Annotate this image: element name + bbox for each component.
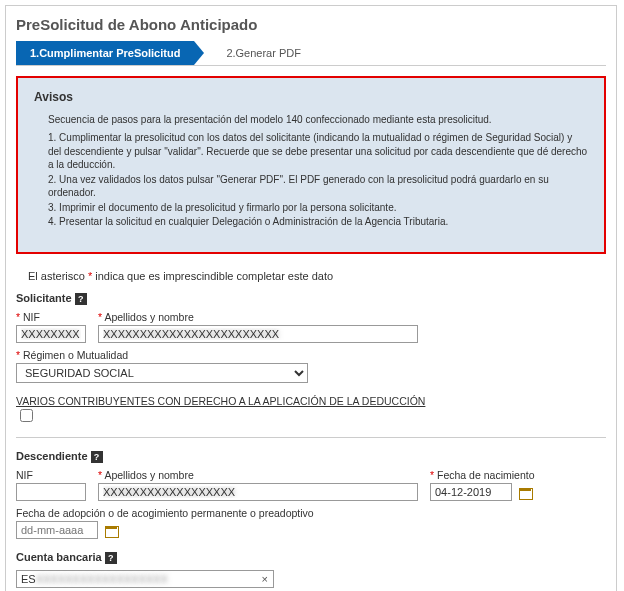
avisos-list: 1. Cumplimentar la presolicitud con los … bbox=[48, 131, 588, 229]
step-2[interactable]: 2.Generar PDF bbox=[208, 41, 315, 65]
help-icon[interactable]: ? bbox=[75, 293, 87, 305]
avisos-item: 2. Una vez validados los datos pulsar "G… bbox=[48, 173, 588, 200]
desc-nif-label: NIF bbox=[16, 469, 86, 481]
clear-icon[interactable]: × bbox=[262, 573, 268, 585]
nif-input[interactable] bbox=[16, 325, 86, 343]
avisos-item: 1. Cumplimentar la presolicitud con los … bbox=[48, 131, 588, 172]
regimen-label: * Régimen o Mutualidad bbox=[16, 349, 308, 361]
fadop-label: Fecha de adopción o de acogimiento perma… bbox=[16, 507, 314, 519]
fnac-label: * Fecha de nacimiento bbox=[430, 469, 560, 481]
fadop-input[interactable] bbox=[16, 521, 98, 539]
section-descendiente: Descendiente ? bbox=[16, 450, 606, 463]
calendar-icon[interactable] bbox=[105, 524, 119, 538]
varios-contrib-label: VARIOS CONTRIBUYENTES CON DERECHO A LA A… bbox=[16, 395, 425, 407]
desc-nif-input[interactable] bbox=[16, 483, 86, 501]
help-icon[interactable]: ? bbox=[105, 552, 117, 564]
section-solicitante: Solicitante ? bbox=[16, 292, 606, 305]
help-icon[interactable]: ? bbox=[91, 451, 103, 463]
iban-input[interactable] bbox=[16, 570, 274, 588]
section-cuenta: Cuenta bancaria ? bbox=[16, 551, 606, 564]
avisos-item: 3. Imprimir el documento de la presolici… bbox=[48, 201, 588, 215]
desc-apenom-input[interactable] bbox=[98, 483, 418, 501]
required-note: El asterisco * indica que es imprescindi… bbox=[28, 270, 606, 282]
step-bar: 1.Cumplimentar PreSolicitud 2.Generar PD… bbox=[16, 41, 606, 66]
calendar-icon[interactable] bbox=[519, 486, 533, 500]
nif-label: * NIF bbox=[16, 311, 86, 323]
desc-apenom-label: * Apellidos y nombre bbox=[98, 469, 418, 481]
divider bbox=[16, 437, 606, 438]
apenom-label: * Apellidos y nombre bbox=[98, 311, 418, 323]
step-1[interactable]: 1.Cumplimentar PreSolicitud bbox=[16, 41, 194, 65]
page-title: PreSolicitud de Abono Anticipado bbox=[16, 16, 606, 33]
fnac-input[interactable] bbox=[430, 483, 512, 501]
apenom-input[interactable] bbox=[98, 325, 418, 343]
avisos-item: 4. Presentar la solicitud en cualquier D… bbox=[48, 215, 588, 229]
avisos-intro: Secuencia de pasos para la presentación … bbox=[48, 114, 588, 125]
form-container: PreSolicitud de Abono Anticipado 1.Cumpl… bbox=[5, 5, 617, 591]
varios-contrib-checkbox[interactable] bbox=[20, 409, 33, 422]
regimen-select[interactable]: SEGURIDAD SOCIAL bbox=[16, 363, 308, 383]
avisos-panel: Avisos Secuencia de pasos para la presen… bbox=[16, 76, 606, 254]
avisos-title: Avisos bbox=[34, 90, 588, 104]
